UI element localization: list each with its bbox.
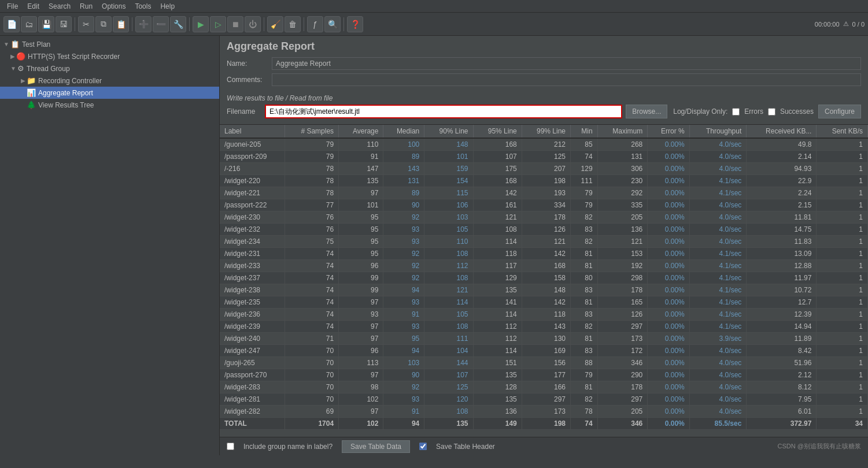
menu-options[interactable]: Options xyxy=(97,1,130,12)
table-cell: 108 xyxy=(424,321,473,333)
table-row: /-216781471431591752071293060.00%4.0/sec… xyxy=(220,163,868,175)
toolbar-search[interactable]: 🔍 xyxy=(324,16,341,32)
menu-edit[interactable]: Edit xyxy=(23,1,44,12)
toolbar-clear[interactable]: 🧹 xyxy=(267,16,283,32)
table-row: /widget-220781351311541681981112300.00%4… xyxy=(220,175,868,187)
table-cell: 1 xyxy=(817,224,868,236)
toolbar-save-as[interactable]: 🖫 xyxy=(56,16,72,32)
table-cell: 135 xyxy=(473,369,522,381)
table-cell: 99 xyxy=(339,284,383,296)
menu-help[interactable]: Help xyxy=(156,1,179,12)
table-cell: 1 xyxy=(817,236,868,248)
table-body: /guonei-20579110100148168212852680.00%4.… xyxy=(220,138,868,430)
table-cell: 198 xyxy=(522,175,570,187)
toolbar-help[interactable]: ❓ xyxy=(347,16,363,32)
table-cell: 0.00% xyxy=(648,272,689,284)
table-cell: 147 xyxy=(339,163,383,175)
toolbar-start-no-pause[interactable]: ▷ xyxy=(210,16,226,32)
table-cell: 112 xyxy=(473,321,522,333)
name-input[interactable] xyxy=(272,57,861,70)
table-cell: 78 xyxy=(285,175,339,187)
table-cell: /passport-222 xyxy=(220,199,285,211)
table-cell: 14.94 xyxy=(747,321,817,333)
menu-run[interactable]: Run xyxy=(75,1,97,12)
sidebar-item-viewresults[interactable]: ▶ 🌲 View Results Tree xyxy=(0,99,219,111)
table-cell: 143 xyxy=(383,163,424,175)
browse-button[interactable]: Browse... xyxy=(626,105,667,118)
table-cell: 112 xyxy=(473,333,522,345)
table-cell: 178 xyxy=(597,381,648,393)
save-table-button[interactable]: Save Table Data xyxy=(342,440,410,453)
save-header-checkbox[interactable] xyxy=(419,443,427,450)
table-cell: 0.00% xyxy=(648,199,689,211)
comments-row: Comments: xyxy=(227,73,861,86)
include-group-checkbox[interactable] xyxy=(227,443,234,450)
toolbar-shutdown[interactable]: ⏻ xyxy=(245,16,261,32)
table-cell: 111 xyxy=(571,175,598,187)
table-cell: 205 xyxy=(597,211,648,224)
table-cell: 2.14 xyxy=(747,151,817,163)
table-cell: 126 xyxy=(522,224,570,236)
table-cell: 1 xyxy=(817,260,868,272)
menu-search[interactable]: Search xyxy=(44,1,75,12)
table-cell: 91 xyxy=(383,406,424,418)
table-cell: 103 xyxy=(383,357,424,369)
table-cell: 101 xyxy=(424,151,473,163)
table-cell: /widget-233 xyxy=(220,260,285,272)
table-cell: /widget-221 xyxy=(220,187,285,199)
comments-input[interactable] xyxy=(272,73,861,86)
sidebar-item-recorder[interactable]: ▶ 🔴 HTTP(S) Test Script Recorder xyxy=(0,50,219,62)
table-cell: 83 xyxy=(571,309,598,321)
threadgroup-icon: ⚙ xyxy=(17,64,24,73)
configure-button[interactable]: Configure xyxy=(818,105,861,118)
controller-icon: 📁 xyxy=(27,76,36,85)
toolbar-new[interactable]: 📄 xyxy=(3,16,20,32)
table-cell: 2.12 xyxy=(747,369,817,381)
toolbar-paste[interactable]: 📋 xyxy=(113,16,129,32)
toolbar-stop[interactable]: ⏹ xyxy=(227,16,243,32)
col-throughput: Throughput xyxy=(689,125,747,138)
table-total-cell: 149 xyxy=(473,418,522,430)
warning-icon: ⚠ xyxy=(843,20,849,28)
table-cell: /guoji-265 xyxy=(220,357,285,369)
table-cell: 192 xyxy=(597,260,648,272)
sidebar-item-testplan[interactable]: ▼ 📋 Test Plan xyxy=(0,38,219,50)
filename-input[interactable] xyxy=(265,105,622,118)
toolbar-open[interactable]: 🗂 xyxy=(21,16,37,32)
table-row: /guoji-26570113103144151156883460.00%4.0… xyxy=(220,357,868,369)
table-cell: 298 xyxy=(597,272,648,284)
col-samples: # Samples xyxy=(285,125,339,138)
toolbar-copy[interactable]: ⧉ xyxy=(95,16,112,32)
toolbar-add[interactable]: ➕ xyxy=(135,16,152,32)
sidebar-item-recordingcontroller[interactable]: ▶ 📁 Recording Controller xyxy=(0,75,219,87)
col-95line: 95% Line xyxy=(473,125,522,138)
sidebar-item-threadgroup[interactable]: ▼ ⚙ Thread Group xyxy=(0,62,219,75)
toolbar-save[interactable]: 💾 xyxy=(38,16,54,32)
toolbar-function[interactable]: ƒ xyxy=(307,16,323,32)
table-cell: 1 xyxy=(817,163,868,175)
menubar: File Edit Search Run Options Tools Help xyxy=(0,0,868,13)
toolbar-clear-all[interactable]: 🗑 xyxy=(285,16,301,32)
table-row: /widget-237749992108129158802980.00%4.1/… xyxy=(220,272,868,284)
table-cell: 334 xyxy=(522,199,570,211)
table-cell: 0.00% xyxy=(648,163,689,175)
toolbar-start[interactable]: ▶ xyxy=(193,16,209,32)
sidebar-item-aggregatereport[interactable]: ▶ 📊 Aggregate Report xyxy=(0,87,219,99)
successes-checkbox[interactable] xyxy=(768,108,775,116)
toolbar-remove[interactable]: ➖ xyxy=(153,16,169,32)
table-cell: /widget-234 xyxy=(220,236,285,248)
col-label: Label xyxy=(220,125,285,138)
col-received: Received KB... xyxy=(747,125,817,138)
menu-tools[interactable]: Tools xyxy=(130,1,156,12)
toolbar-cut[interactable]: ✂ xyxy=(78,16,94,32)
expand-icon: ▶ xyxy=(10,53,15,60)
table-row: /widget-230769592103121178822050.00%4.0/… xyxy=(220,211,868,224)
table-cell: 93 xyxy=(339,309,383,321)
menu-file[interactable]: File xyxy=(2,1,23,12)
table-total-cell: TOTAL xyxy=(220,418,285,430)
table-cell: 79 xyxy=(571,199,598,211)
errors-checkbox[interactable] xyxy=(732,108,740,116)
table-cell: 175 xyxy=(473,163,522,175)
toolbar-settings[interactable]: 🔧 xyxy=(170,16,186,32)
table-cell: 2.15 xyxy=(747,199,817,211)
